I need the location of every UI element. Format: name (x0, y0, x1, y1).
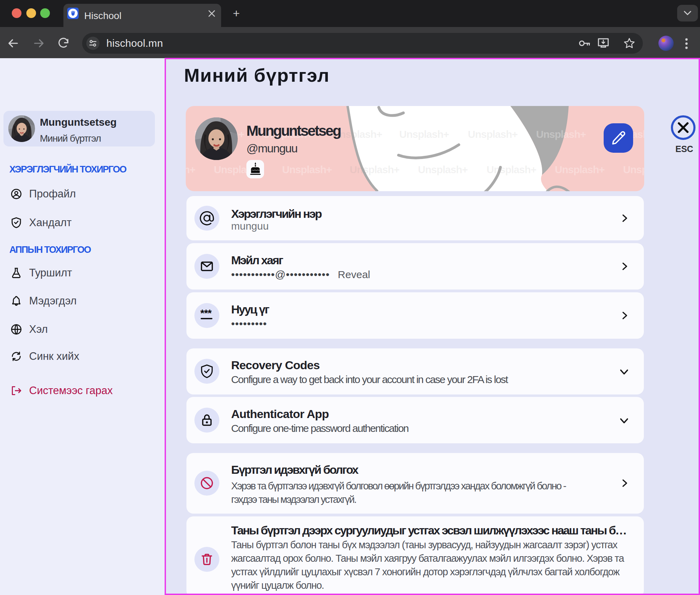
svg-text:Unsplash+: Unsplash+ (468, 128, 518, 140)
svg-text:Unsplash+: Unsplash+ (487, 164, 536, 175)
svg-text:Unsplash+: Unsplash+ (555, 164, 605, 175)
svg-text:Unsplash+: Unsplash+ (186, 164, 195, 175)
svg-text:Unsplash+: Unsplash+ (399, 128, 449, 140)
svg-text:Unsplash+: Unsplash+ (536, 128, 586, 140)
svg-text:Unsplash+: Unsplash+ (282, 164, 332, 175)
svg-text:Unsplash+: Unsplash+ (350, 164, 400, 175)
svg-text:Unsplash+: Unsplash+ (623, 164, 644, 175)
svg-text:***: *** (200, 307, 212, 319)
svg-text:Unsplash+: Unsplash+ (418, 164, 468, 175)
